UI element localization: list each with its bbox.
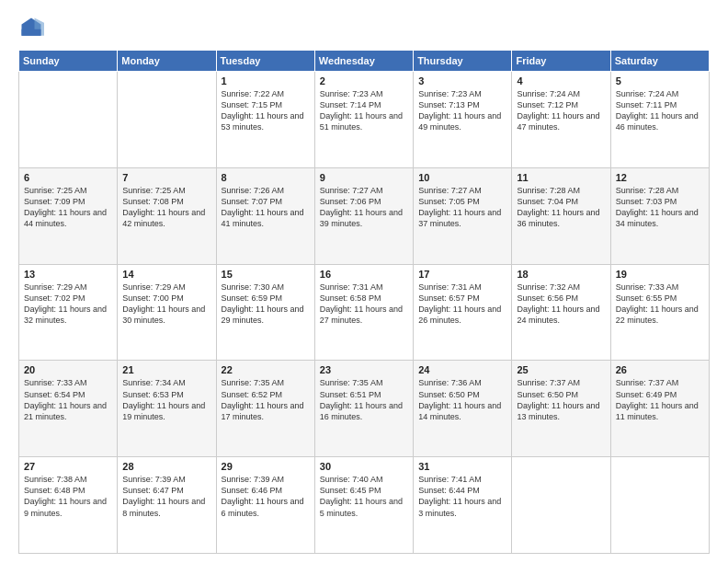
calendar-cell: 10Sunrise: 7:27 AMSunset: 7:05 PMDayligh… bbox=[414, 167, 512, 264]
calendar-cell: 22Sunrise: 7:35 AMSunset: 6:52 PMDayligh… bbox=[216, 361, 314, 457]
day-info: Sunrise: 7:37 AMSunset: 6:50 PMDaylight:… bbox=[517, 377, 605, 422]
day-number: 3 bbox=[418, 75, 506, 86]
day-header-friday: Friday bbox=[512, 51, 610, 72]
calendar-cell: 17Sunrise: 7:31 AMSunset: 6:57 PMDayligh… bbox=[414, 264, 512, 361]
day-header-tuesday: Tuesday bbox=[216, 51, 314, 72]
week-row-3: 20Sunrise: 7:33 AMSunset: 6:54 PMDayligh… bbox=[19, 361, 710, 457]
day-number: 28 bbox=[122, 461, 210, 472]
calendar-cell bbox=[610, 457, 709, 554]
day-number: 17 bbox=[418, 269, 506, 280]
calendar-cell: 30Sunrise: 7:40 AMSunset: 6:45 PMDayligh… bbox=[314, 457, 413, 554]
calendar-cell: 1Sunrise: 7:22 AMSunset: 7:15 PMDaylight… bbox=[216, 72, 314, 168]
calendar-header-row: SundayMondayTuesdayWednesdayThursdayFrid… bbox=[19, 51, 710, 72]
day-info: Sunrise: 7:33 AMSunset: 6:55 PMDaylight:… bbox=[616, 282, 704, 327]
calendar-cell: 11Sunrise: 7:28 AMSunset: 7:04 PMDayligh… bbox=[512, 167, 610, 264]
day-header-saturday: Saturday bbox=[610, 51, 709, 72]
day-number: 20 bbox=[24, 364, 112, 375]
day-info: Sunrise: 7:36 AMSunset: 6:50 PMDaylight:… bbox=[418, 377, 506, 422]
day-info: Sunrise: 7:24 AMSunset: 7:12 PMDaylight:… bbox=[517, 88, 605, 133]
day-info: Sunrise: 7:41 AMSunset: 6:44 PMDaylight:… bbox=[418, 474, 506, 519]
day-number: 26 bbox=[616, 364, 704, 375]
day-info: Sunrise: 7:35 AMSunset: 6:51 PMDaylight:… bbox=[320, 377, 408, 422]
calendar-cell: 8Sunrise: 7:26 AMSunset: 7:07 PMDaylight… bbox=[216, 167, 314, 264]
day-info: Sunrise: 7:25 AMSunset: 7:09 PMDaylight:… bbox=[24, 185, 112, 230]
calendar-cell: 14Sunrise: 7:29 AMSunset: 7:00 PMDayligh… bbox=[118, 264, 216, 361]
calendar: SundayMondayTuesdayWednesdayThursdayFrid… bbox=[18, 50, 710, 554]
calendar-cell: 28Sunrise: 7:39 AMSunset: 6:47 PMDayligh… bbox=[118, 457, 216, 554]
day-info: Sunrise: 7:35 AMSunset: 6:52 PMDaylight:… bbox=[222, 377, 310, 422]
day-number: 12 bbox=[616, 172, 704, 183]
day-info: Sunrise: 7:27 AMSunset: 7:05 PMDaylight:… bbox=[418, 185, 506, 230]
calendar-cell bbox=[118, 72, 216, 168]
page: SundayMondayTuesdayWednesdayThursdayFrid… bbox=[0, 0, 728, 563]
day-info: Sunrise: 7:23 AMSunset: 7:14 PMDaylight:… bbox=[320, 88, 408, 133]
calendar-cell: 4Sunrise: 7:24 AMSunset: 7:12 PMDaylight… bbox=[512, 72, 610, 168]
day-info: Sunrise: 7:28 AMSunset: 7:03 PMDaylight:… bbox=[616, 185, 704, 230]
header bbox=[18, 15, 710, 40]
calendar-cell: 15Sunrise: 7:30 AMSunset: 6:59 PMDayligh… bbox=[216, 264, 314, 361]
day-info: Sunrise: 7:28 AMSunset: 7:04 PMDaylight:… bbox=[517, 185, 605, 230]
day-number: 6 bbox=[24, 172, 112, 183]
day-number: 18 bbox=[517, 269, 605, 280]
calendar-cell bbox=[19, 72, 118, 168]
day-header-wednesday: Wednesday bbox=[314, 51, 413, 72]
week-row-1: 6Sunrise: 7:25 AMSunset: 7:09 PMDaylight… bbox=[19, 167, 710, 264]
calendar-cell: 13Sunrise: 7:29 AMSunset: 7:02 PMDayligh… bbox=[19, 264, 118, 361]
day-info: Sunrise: 7:31 AMSunset: 6:57 PMDaylight:… bbox=[418, 282, 506, 327]
day-info: Sunrise: 7:32 AMSunset: 6:56 PMDaylight:… bbox=[517, 282, 605, 327]
day-number: 29 bbox=[222, 461, 310, 472]
calendar-cell: 12Sunrise: 7:28 AMSunset: 7:03 PMDayligh… bbox=[610, 167, 709, 264]
day-number: 14 bbox=[122, 269, 210, 280]
calendar-cell: 3Sunrise: 7:23 AMSunset: 7:13 PMDaylight… bbox=[414, 72, 512, 168]
logo bbox=[18, 15, 48, 40]
calendar-cell: 27Sunrise: 7:38 AMSunset: 6:48 PMDayligh… bbox=[19, 457, 118, 554]
day-number: 30 bbox=[320, 461, 408, 472]
day-header-thursday: Thursday bbox=[414, 51, 512, 72]
day-number: 21 bbox=[122, 364, 210, 375]
day-number: 13 bbox=[24, 269, 112, 280]
day-header-sunday: Sunday bbox=[19, 51, 118, 72]
day-number: 4 bbox=[517, 75, 605, 86]
svg-rect-2 bbox=[22, 29, 41, 36]
day-info: Sunrise: 7:29 AMSunset: 7:02 PMDaylight:… bbox=[24, 282, 112, 327]
day-number: 23 bbox=[320, 364, 408, 375]
calendar-cell: 29Sunrise: 7:39 AMSunset: 6:46 PMDayligh… bbox=[216, 457, 314, 554]
calendar-cell: 21Sunrise: 7:34 AMSunset: 6:53 PMDayligh… bbox=[118, 361, 216, 457]
calendar-cell: 20Sunrise: 7:33 AMSunset: 6:54 PMDayligh… bbox=[19, 361, 118, 457]
day-info: Sunrise: 7:39 AMSunset: 6:47 PMDaylight:… bbox=[122, 474, 210, 519]
day-info: Sunrise: 7:27 AMSunset: 7:06 PMDaylight:… bbox=[320, 185, 408, 230]
calendar-cell bbox=[512, 457, 610, 554]
day-number: 27 bbox=[24, 461, 112, 472]
calendar-cell: 18Sunrise: 7:32 AMSunset: 6:56 PMDayligh… bbox=[512, 264, 610, 361]
calendar-cell: 26Sunrise: 7:37 AMSunset: 6:49 PMDayligh… bbox=[610, 361, 709, 457]
day-info: Sunrise: 7:29 AMSunset: 7:00 PMDaylight:… bbox=[122, 282, 210, 327]
day-number: 9 bbox=[320, 172, 408, 183]
calendar-cell: 7Sunrise: 7:25 AMSunset: 7:08 PMDaylight… bbox=[118, 167, 216, 264]
week-row-4: 27Sunrise: 7:38 AMSunset: 6:48 PMDayligh… bbox=[19, 457, 710, 554]
day-number: 5 bbox=[616, 75, 704, 86]
day-number: 22 bbox=[222, 364, 310, 375]
day-number: 24 bbox=[418, 364, 506, 375]
day-number: 1 bbox=[222, 75, 310, 86]
calendar-cell: 19Sunrise: 7:33 AMSunset: 6:55 PMDayligh… bbox=[610, 264, 709, 361]
day-info: Sunrise: 7:31 AMSunset: 6:58 PMDaylight:… bbox=[320, 282, 408, 327]
day-number: 25 bbox=[517, 364, 605, 375]
calendar-cell: 23Sunrise: 7:35 AMSunset: 6:51 PMDayligh… bbox=[314, 361, 413, 457]
day-info: Sunrise: 7:22 AMSunset: 7:15 PMDaylight:… bbox=[222, 88, 310, 133]
calendar-cell: 24Sunrise: 7:36 AMSunset: 6:50 PMDayligh… bbox=[414, 361, 512, 457]
day-info: Sunrise: 7:39 AMSunset: 6:46 PMDaylight:… bbox=[222, 474, 310, 519]
day-number: 7 bbox=[122, 172, 210, 183]
day-info: Sunrise: 7:30 AMSunset: 6:59 PMDaylight:… bbox=[222, 282, 310, 327]
day-info: Sunrise: 7:37 AMSunset: 6:49 PMDaylight:… bbox=[616, 377, 704, 422]
day-number: 8 bbox=[222, 172, 310, 183]
day-number: 16 bbox=[320, 269, 408, 280]
day-info: Sunrise: 7:23 AMSunset: 7:13 PMDaylight:… bbox=[418, 88, 506, 133]
logo-icon bbox=[18, 15, 44, 40]
calendar-cell: 2Sunrise: 7:23 AMSunset: 7:14 PMDaylight… bbox=[314, 72, 413, 168]
day-number: 11 bbox=[517, 172, 605, 183]
day-number: 31 bbox=[418, 461, 506, 472]
calendar-cell: 9Sunrise: 7:27 AMSunset: 7:06 PMDaylight… bbox=[314, 167, 413, 264]
day-info: Sunrise: 7:24 AMSunset: 7:11 PMDaylight:… bbox=[616, 88, 704, 133]
day-info: Sunrise: 7:26 AMSunset: 7:07 PMDaylight:… bbox=[222, 185, 310, 230]
day-number: 2 bbox=[320, 75, 408, 86]
